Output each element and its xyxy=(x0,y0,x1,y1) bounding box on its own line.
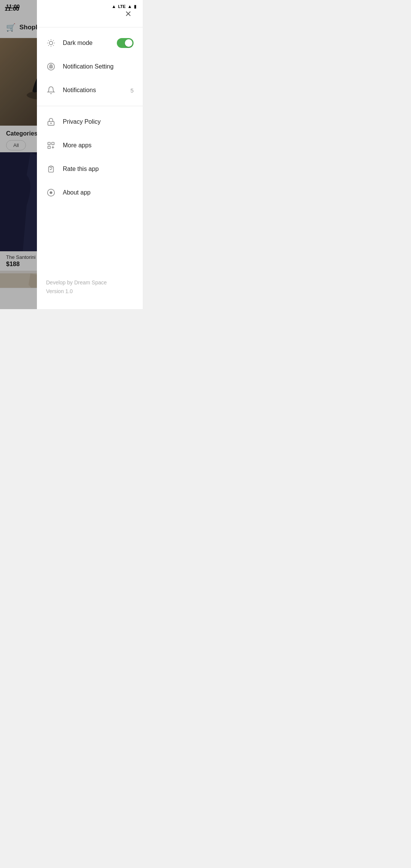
close-button[interactable] xyxy=(121,7,135,21)
circle-dot-icon xyxy=(46,188,56,198)
rate-app-label: Rate this app xyxy=(63,166,134,172)
svg-line-9 xyxy=(53,45,54,46)
bell-lock-icon xyxy=(46,62,56,72)
notifications-badge: 5 xyxy=(131,87,134,94)
svg-rect-19 xyxy=(48,142,50,145)
menu-item-more-apps[interactable]: More apps xyxy=(37,134,143,157)
menu-section-settings: Dark mode Notificat xyxy=(37,27,143,106)
svg-line-12 xyxy=(48,45,49,46)
svg-rect-20 xyxy=(52,142,54,145)
menu-item-privacy-policy[interactable]: Privacy Policy xyxy=(37,110,143,134)
svg-line-13 xyxy=(53,40,54,41)
dark-mode-toggle[interactable] xyxy=(117,38,134,48)
drawer-footer: Develop by Dream Space Version 1.0 xyxy=(37,271,143,309)
svg-line-8 xyxy=(48,40,49,41)
brightness-icon xyxy=(46,38,56,48)
footer-line1: Develop by Dream Space xyxy=(46,278,134,287)
svg-point-5 xyxy=(49,41,53,45)
svg-point-18 xyxy=(51,123,51,124)
menu-item-dark-mode[interactable]: Dark mode xyxy=(37,31,143,55)
drawer-content: Dark mode Notificat xyxy=(37,27,143,271)
notifications-label: Notifications xyxy=(63,87,124,94)
menu-item-rate-app[interactable]: Rate this app xyxy=(37,157,143,181)
toggle-knob xyxy=(125,39,132,47)
close-icon xyxy=(124,10,132,18)
menu-item-about-app[interactable]: About app xyxy=(37,181,143,204)
grid-plus-icon xyxy=(46,140,56,150)
privacy-policy-label: Privacy Policy xyxy=(63,118,134,125)
menu-item-notification-setting[interactable]: Notification Setting xyxy=(37,55,143,78)
bell-icon xyxy=(46,85,56,95)
svg-point-16 xyxy=(51,67,51,67)
notification-setting-label: Notification Setting xyxy=(63,63,134,70)
menu-section-info: Privacy Policy More apps xyxy=(37,106,143,208)
drawer-header xyxy=(37,0,143,27)
footer-line2: Version 1.0 xyxy=(46,287,134,295)
menu-item-notifications[interactable]: Notifications 5 xyxy=(37,78,143,102)
side-drawer: Dark mode Notificat xyxy=(37,0,143,309)
svg-point-26 xyxy=(50,191,52,194)
clipboard-check-icon xyxy=(46,164,56,174)
more-apps-label: More apps xyxy=(63,142,134,149)
about-app-label: About app xyxy=(63,189,134,196)
svg-rect-24 xyxy=(50,166,52,168)
dark-mode-label: Dark mode xyxy=(63,40,110,46)
lock-icon xyxy=(46,117,56,127)
svg-rect-21 xyxy=(48,146,50,148)
